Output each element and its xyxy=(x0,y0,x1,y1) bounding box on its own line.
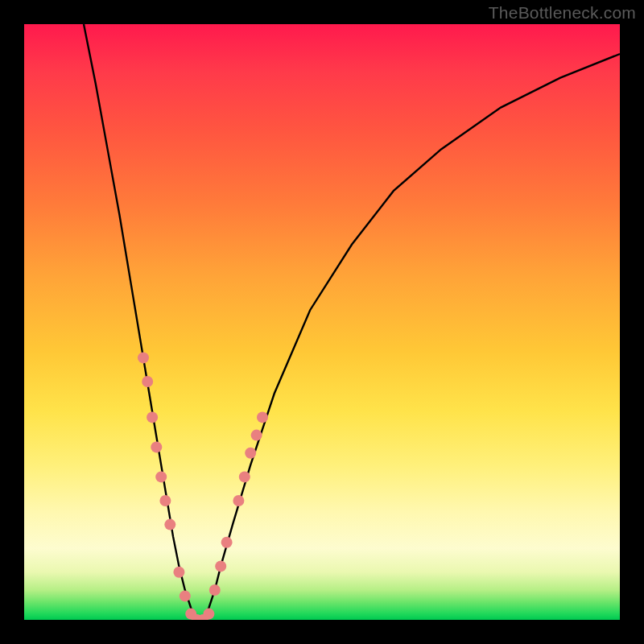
data-marker xyxy=(142,376,153,387)
data-marker xyxy=(257,411,268,423)
data-marker xyxy=(164,519,175,530)
chart-frame: TheBottleneck.com xyxy=(0,0,644,644)
curve-markers xyxy=(138,352,268,620)
plot-area xyxy=(24,24,620,620)
watermark-text: TheBottleneck.com xyxy=(489,3,636,23)
chart-svg xyxy=(24,24,620,620)
bottleneck-curve xyxy=(84,24,620,620)
data-marker xyxy=(159,495,171,506)
data-marker xyxy=(245,448,256,459)
data-marker xyxy=(155,471,167,482)
data-marker xyxy=(203,609,214,620)
data-marker xyxy=(239,471,250,482)
data-marker xyxy=(180,590,191,601)
data-marker xyxy=(221,537,233,548)
data-marker xyxy=(251,430,262,441)
data-marker xyxy=(233,495,244,506)
data-marker xyxy=(147,411,158,423)
data-marker xyxy=(215,560,226,572)
data-marker xyxy=(209,584,221,596)
data-marker xyxy=(151,441,162,452)
data-marker xyxy=(138,352,149,363)
data-marker xyxy=(173,567,184,578)
